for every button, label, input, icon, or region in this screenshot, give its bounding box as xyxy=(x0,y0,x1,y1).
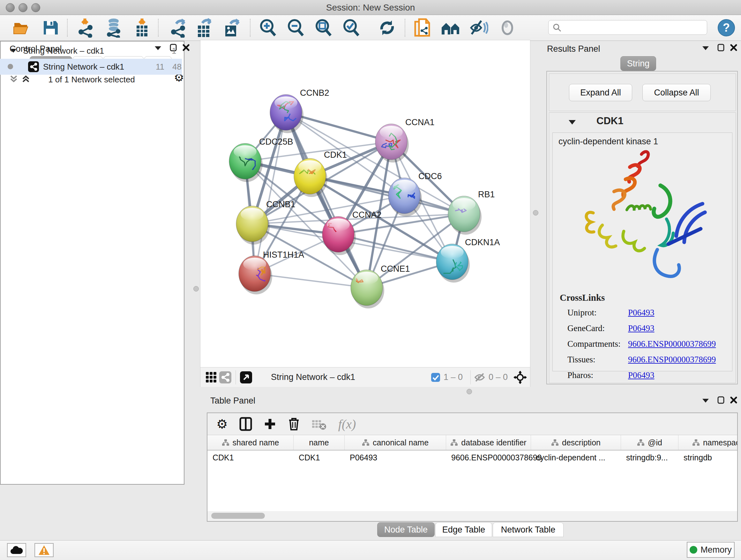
column-header[interactable]: @id xyxy=(621,435,678,450)
table-cell[interactable]: stringdb:9... xyxy=(621,450,678,464)
network-row-selected[interactable]: String Network – cdk1 11 48 xyxy=(0,59,182,75)
scrollbar-thumb[interactable] xyxy=(211,513,265,519)
horizontal-scrollbar[interactable] xyxy=(207,511,737,521)
column-header[interactable]: shared name xyxy=(207,435,293,450)
function-builder-icon[interactable]: f(x) xyxy=(338,417,356,432)
network-node[interactable] xyxy=(270,95,304,133)
table-cell[interactable]: stringdb xyxy=(678,450,738,464)
network-node[interactable] xyxy=(448,196,482,235)
left-splitter-grip[interactable] xyxy=(193,286,199,292)
string-network-graph[interactable]: CCNB2CCNA1CDC25BCDK1CDC6RB1CCNB1CCNA2CDK… xyxy=(200,40,530,367)
refresh-button[interactable] xyxy=(377,17,397,38)
network-view-canvas[interactable]: CCNB2CCNA1CDC25BCDK1CDC6RB1CCNB1CCNA2CDK… xyxy=(200,40,530,387)
home-button[interactable] xyxy=(441,17,461,38)
crosslink-link[interactable]: P06493 xyxy=(628,323,655,333)
collapse-all-button[interactable]: Collapse All xyxy=(643,84,711,101)
search-input[interactable] xyxy=(561,22,697,33)
fit-selected-button[interactable] xyxy=(341,17,361,38)
open-in-new-window-button[interactable] xyxy=(239,370,253,384)
export-network-button[interactable] xyxy=(169,17,189,38)
crosslink-label: GeneCard: xyxy=(567,323,628,333)
crosslink-row: Compartments:9606.ENSP00000378699 xyxy=(567,339,727,349)
copy-document-button[interactable] xyxy=(412,17,433,38)
search-box[interactable] xyxy=(548,20,707,35)
collapse-panel-icon[interactable] xyxy=(701,396,711,406)
hidden-node-edge-count: 0 – 0 xyxy=(488,372,508,382)
network-node[interactable] xyxy=(388,178,422,216)
network-node[interactable] xyxy=(294,159,327,197)
memory-button[interactable]: Memory xyxy=(687,542,735,558)
eye-icon xyxy=(498,19,517,37)
network-edge[interactable] xyxy=(255,112,286,273)
delete-table-icon[interactable] xyxy=(312,418,327,430)
table-cell[interactable]: CDK1 xyxy=(207,450,293,464)
help-button[interactable]: ? xyxy=(716,17,737,38)
collapse-panel-icon[interactable] xyxy=(701,44,711,53)
network-node[interactable] xyxy=(436,244,470,283)
column-type-icon xyxy=(222,439,229,446)
open-session-button[interactable] xyxy=(11,17,32,38)
crosslink-link[interactable]: 9606.ENSP00000378699 xyxy=(628,339,716,349)
selected-checkbox-icon[interactable] xyxy=(431,373,441,382)
delete-column-icon[interactable] xyxy=(288,417,300,431)
import-table-file-button[interactable] xyxy=(132,17,152,38)
export-image-button[interactable] xyxy=(221,17,242,38)
crosslink-link[interactable]: P06493 xyxy=(628,308,655,318)
network-type-button[interactable] xyxy=(218,370,232,384)
table-cell[interactable]: cyclin-dependent ... xyxy=(531,450,621,464)
zoom-out-button[interactable] xyxy=(286,17,306,38)
close-panel-icon[interactable] xyxy=(729,43,738,52)
table-cell[interactable]: P06493 xyxy=(345,450,446,464)
node-table-container: ⚙ f(x) xyxy=(207,413,738,522)
zoom-in-button[interactable] xyxy=(258,17,278,38)
float-panel-icon[interactable] xyxy=(716,395,726,405)
tab-node-table[interactable]: Node Table xyxy=(377,522,434,537)
export-network-icon xyxy=(169,18,188,38)
import-network-database-button[interactable] xyxy=(104,17,124,38)
close-panel-icon[interactable] xyxy=(181,43,191,52)
column-header-label: database identifier xyxy=(461,438,526,447)
network-node[interactable] xyxy=(239,256,272,294)
hidden-eye-slash-icon[interactable] xyxy=(474,373,485,382)
hide-selected-button[interactable] xyxy=(468,17,488,38)
warnings-button[interactable] xyxy=(35,543,54,557)
show-all-button[interactable] xyxy=(497,17,518,38)
network-node[interactable] xyxy=(322,216,356,255)
export-table-button[interactable] xyxy=(194,17,214,38)
table-cell[interactable]: 9606.ENSP00000378699 xyxy=(446,450,531,464)
section-expander-icon[interactable] xyxy=(568,120,576,125)
column-header[interactable]: name xyxy=(293,435,345,450)
pan-crosshair-icon[interactable] xyxy=(514,371,527,384)
show-columns-icon[interactable] xyxy=(239,417,252,431)
column-header[interactable]: database identifier xyxy=(446,435,531,450)
add-column-icon[interactable] xyxy=(264,418,276,430)
column-header[interactable]: namespace xyxy=(678,435,738,450)
float-panel-icon[interactable] xyxy=(716,43,726,52)
column-header[interactable]: canonical name xyxy=(345,435,446,450)
expand-all-button[interactable]: Expand All xyxy=(569,84,632,101)
tab-network-table[interactable]: Network Table xyxy=(493,522,563,537)
fit-content-button[interactable] xyxy=(313,17,334,38)
tree-expander-icon[interactable] xyxy=(10,49,17,53)
import-network-file-button[interactable] xyxy=(76,17,96,38)
network-node-count: 11 xyxy=(156,62,164,72)
column-header[interactable]: description xyxy=(531,435,621,450)
save-session-button[interactable] xyxy=(40,17,61,38)
cloud-status-button[interactable] xyxy=(7,543,26,557)
network-collection-row[interactable]: String Network – cdk1 1 xyxy=(0,43,182,59)
crosslink-link[interactable]: P06493 xyxy=(628,370,655,380)
right-splitter-grip[interactable] xyxy=(533,210,538,215)
network-node[interactable] xyxy=(351,270,384,308)
birds-eye-view-button[interactable] xyxy=(204,370,218,384)
bottom-splitter-grip[interactable] xyxy=(467,389,472,394)
network-node[interactable] xyxy=(375,124,409,163)
tab-edge-table[interactable]: Edge Table xyxy=(435,522,492,537)
network-node[interactable] xyxy=(229,143,263,182)
crosslink-link[interactable]: 9606.ENSP00000378699 xyxy=(628,355,716,365)
table-row[interactable]: CDK1CDK1P064939606.ENSP00000378699cyclin… xyxy=(207,450,737,464)
tab-string[interactable]: String xyxy=(620,56,656,71)
table-cell[interactable]: CDK1 xyxy=(293,450,345,464)
close-panel-icon[interactable] xyxy=(729,395,738,405)
network-row-label: String Network – cdk1 xyxy=(43,62,124,72)
table-settings-gear-icon[interactable]: ⚙ xyxy=(216,417,228,431)
